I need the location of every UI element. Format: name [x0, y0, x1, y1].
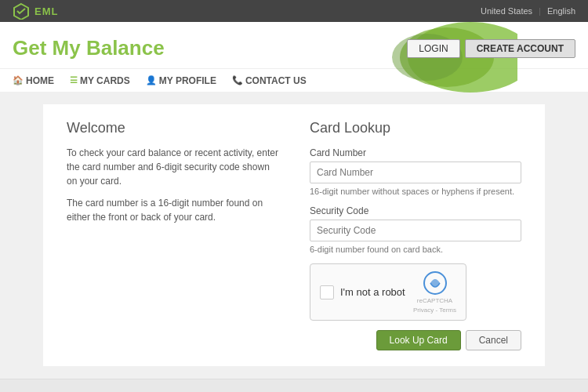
welcome-title: Welcome — [67, 120, 278, 136]
nav-label-my-cards: MY CARDS — [80, 75, 130, 86]
page-header-wrapper: Get My Balance LOGIN CREATE ACCOUNT 🏠 HO… — [0, 22, 588, 92]
logo: EML — [13, 2, 58, 20]
card-number-hint: 16-digit number without spaces or hyphen… — [310, 187, 521, 196]
phone-icon: 📞 — [232, 75, 243, 85]
login-button[interactable]: LOGIN — [407, 39, 459, 58]
nav-item-my-profile[interactable]: 👤 MY PROFILE — [146, 75, 216, 86]
header-row: Get My Balance LOGIN CREATE ACCOUNT — [0, 22, 588, 68]
locale-sep: | — [539, 6, 541, 16]
header-right-buttons: LOGIN CREATE ACCOUNT — [407, 31, 575, 66]
logo-icon — [13, 2, 30, 20]
captcha-box: I'm not a robot reCAPTCHA Privacy - Term… — [310, 263, 466, 321]
card-number-input[interactable] — [310, 162, 521, 183]
captcha-right: reCAPTCHA Privacy - Terms — [413, 270, 456, 314]
captcha-label: I'm not a robot — [340, 286, 405, 298]
captcha-checkbox[interactable] — [320, 285, 334, 299]
main-content: Welcome To check your card balance or re… — [43, 104, 545, 366]
profile-icon: 👤 — [146, 75, 157, 85]
nav-item-contact-us[interactable]: 📞 CONTACT US — [232, 75, 307, 86]
recaptcha-logo — [423, 270, 448, 296]
welcome-section: Welcome To check your card balance or re… — [67, 120, 278, 350]
welcome-text2: The card number is a 16-digit number fou… — [67, 196, 278, 224]
create-account-button[interactable]: CREATE ACCOUNT — [465, 39, 575, 58]
nav-label-my-profile: MY PROFILE — [159, 75, 216, 86]
header-left: Get My Balance — [13, 28, 165, 68]
nav-item-home[interactable]: 🏠 HOME — [13, 75, 54, 86]
action-buttons: Look Up Card Cancel — [310, 330, 521, 350]
captcha-left: I'm not a robot — [320, 285, 405, 299]
locale-lang[interactable]: English — [547, 6, 575, 16]
captcha-sub-text: Privacy - Terms — [413, 307, 456, 314]
card-lookup-section: Card Lookup Card Number 16-digit number … — [310, 120, 521, 350]
welcome-text1: To check your card balance or recent act… — [67, 146, 278, 188]
footer: © 2020 EML Payments Europe Limited. All … — [0, 379, 588, 392]
nav-label-home: HOME — [26, 75, 54, 86]
nav-label-contact-us: CONTACT US — [245, 75, 307, 86]
locale-country[interactable]: United States — [481, 6, 532, 16]
card-number-label: Card Number — [310, 147, 521, 158]
cancel-button[interactable]: Cancel — [466, 330, 521, 350]
card-lookup-title: Card Lookup — [310, 120, 521, 136]
home-icon: 🏠 — [13, 75, 24, 85]
cards-icon: ☰ — [70, 75, 78, 85]
page-title: Get My Balance — [13, 36, 165, 60]
nav-item-my-cards[interactable]: ☰ MY CARDS — [70, 75, 130, 86]
top-links: United States | English — [481, 6, 575, 16]
look-up-card-button[interactable]: Look Up Card — [376, 330, 461, 350]
captcha-brand-text: reCAPTCHA — [417, 297, 452, 305]
top-bar: EML United States | English — [0, 0, 588, 22]
nav-bar: 🏠 HOME ☰ MY CARDS 👤 MY PROFILE 📞 CONTACT… — [0, 68, 588, 92]
security-code-input[interactable] — [310, 220, 521, 241]
logo-text: EML — [34, 5, 58, 17]
security-code-hint: 6-digit number found on card back. — [310, 245, 521, 254]
security-code-label: Security Code — [310, 205, 521, 216]
